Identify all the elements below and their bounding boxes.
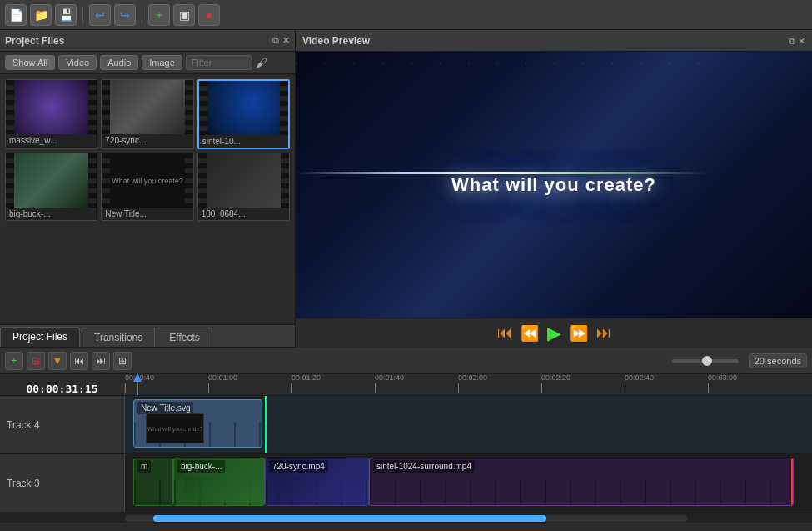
zoom-thumb[interactable]	[702, 356, 712, 366]
ruler-label: 00:01:00	[208, 373, 237, 382]
ruler-tick	[291, 383, 292, 393]
ruler-tick	[208, 383, 209, 393]
zoom-slider[interactable]	[672, 359, 739, 363]
media-item-selected[interactable]: sintel-10...	[197, 79, 290, 149]
tab-effects[interactable]: Effects	[157, 328, 212, 347]
timeline-toolbar: + ⊟ ▼ ⏮ ⏭ ⊞ 20 seconds	[0, 348, 812, 374]
media-item[interactable]: 100_0684...	[197, 153, 290, 221]
ruler-mark: 00:01:40	[375, 373, 458, 393]
timeline-duration: 20 seconds	[749, 353, 807, 368]
clip-m[interactable]: m	[133, 458, 173, 506]
media-thumbnail	[198, 153, 289, 208]
media-thumbnail	[6, 153, 97, 208]
clip-thumb	[184, 477, 251, 503]
drop-marker	[265, 396, 267, 453]
clip-new-title[interactable]: New Title.svg What will you create?	[133, 399, 262, 448]
ruler-tick	[625, 383, 625, 393]
media-item[interactable]: What will you create? New Title...	[101, 153, 193, 221]
import-button[interactable]: ＋	[148, 4, 170, 26]
go-end-button[interactable]: ⏭	[92, 352, 110, 370]
ruler-mark: 00:02:40	[625, 373, 708, 393]
timeline-ruler[interactable]: 00:00:40 00:01:00 00:01:20 00:01:40 00:0…	[125, 373, 812, 395]
ruler-marks: 00:00:40 00:01:00 00:01:20 00:01:40 00:0…	[125, 373, 812, 395]
clip-label: m	[137, 460, 151, 473]
insert-button[interactable]: ⊞	[113, 352, 132, 370]
pf-header-icons: ⧉ ✕	[272, 35, 290, 46]
clip-label: sintel-1024-surround.mp4	[373, 460, 475, 473]
media-thumbnail	[102, 80, 192, 134]
fast-forward-button[interactable]: ⏩	[570, 324, 588, 343]
tab-transitions[interactable]: Transitions	[82, 328, 155, 347]
preview-minimize-icon[interactable]: ⧉	[789, 36, 795, 46]
preview-close-icon[interactable]: ✕	[798, 36, 805, 46]
preview-header-icons: ⧉ ✕	[789, 35, 805, 47]
remove-track-button[interactable]: ⊟	[27, 352, 45, 370]
audio-filter-button[interactable]: Audio	[100, 55, 138, 70]
save-button[interactable]: 💾	[55, 4, 77, 26]
filter-clear-icon[interactable]: 🖌	[256, 56, 267, 69]
new-button[interactable]: 📄	[5, 4, 27, 26]
redo-button[interactable]: ↪	[114, 4, 136, 26]
media-thumbnail: What will you create?	[102, 153, 192, 208]
ruler-mark: 00:03:00	[708, 373, 791, 393]
media-item[interactable]: 720-sync...	[101, 79, 193, 149]
media-item-label: big-buck-...	[6, 208, 97, 220]
playback-controls: ⏮ ⏪ ▶ ⏩ ⏭	[296, 318, 812, 348]
ruler-mark: 00:01:20	[291, 373, 375, 393]
ruler-tick	[541, 383, 542, 393]
video-filter-button[interactable]: Video	[58, 55, 97, 70]
ruler-label: 00:01:20	[291, 373, 321, 382]
track-3-name: Track 3	[7, 478, 40, 489]
clip-label: 720-sync.mp4	[269, 460, 328, 473]
clip-filmstrip	[134, 480, 172, 505]
clip-end-marker	[791, 458, 793, 505]
record-button[interactable]: ●	[198, 4, 220, 26]
clip-preview: What will you create?	[146, 413, 204, 443]
jump-end-button[interactable]: ⏭	[596, 324, 611, 342]
minimize-icon[interactable]: ⧉	[272, 35, 279, 46]
scroll-track[interactable]	[125, 515, 687, 522]
ruler-tick	[125, 383, 126, 393]
jump-start-button[interactable]: ⏮	[497, 324, 512, 342]
timeline-scrollbar	[0, 513, 812, 523]
undo-button[interactable]: ↩	[89, 4, 111, 26]
rewind-button[interactable]: ⏪	[521, 324, 539, 343]
media-item[interactable]: massive_w...	[5, 79, 97, 149]
media-thumbnail	[199, 81, 288, 135]
track-4-row: Track 4 New Title.svg What will you crea…	[0, 396, 812, 454]
show-all-button[interactable]: Show All	[5, 55, 55, 70]
track-4-label: Track 4	[0, 396, 125, 453]
track-4-content[interactable]: New Title.svg What will you create?	[125, 396, 812, 453]
open-button[interactable]: 📁	[30, 4, 52, 26]
image-filter-button[interactable]: Image	[142, 55, 182, 70]
render-button[interactable]: ▣	[173, 4, 195, 26]
filter-input[interactable]	[186, 55, 252, 70]
media-item-label: massive_w...	[6, 134, 97, 147]
track-3-row: Track 3 m big-buck-... 720-sync.mp4	[0, 454, 812, 513]
timeline-area: + ⊟ ▼ ⏮ ⏭ ⊞ 20 seconds 00:00:31:15 00:00…	[0, 348, 812, 531]
clip-720-sync[interactable]: 720-sync.mp4	[265, 458, 369, 506]
clip-sintel[interactable]: sintel-1024-surround.mp4	[369, 458, 794, 506]
ruler-tick	[458, 383, 459, 393]
track-3-content[interactable]: m big-buck-... 720-sync.mp4 sintel-1024-…	[125, 454, 812, 512]
clip-thumb	[276, 477, 351, 503]
toolbar-separator-1	[82, 6, 83, 24]
filter-button[interactable]: ▼	[48, 352, 67, 370]
media-item[interactable]: big-buck-...	[5, 153, 97, 221]
main-toolbar: 📄 📁 💾 ↩ ↪ ＋ ▣ ●	[0, 0, 812, 30]
go-start-button[interactable]: ⏮	[70, 352, 88, 370]
clip-preview-text: What will you create?	[147, 426, 203, 432]
play-button[interactable]: ▶	[547, 323, 561, 344]
clip-label: big-buck-...	[177, 460, 225, 473]
zoom-control	[672, 359, 739, 363]
clip-big-buck[interactable]: big-buck-...	[173, 458, 265, 506]
bottom-tabs: Project Files Transitions Effects	[0, 324, 295, 348]
add-track-button[interactable]: +	[5, 352, 23, 370]
project-files-header: Project Files ⧉ ✕	[0, 30, 295, 52]
clip-label: New Title.svg	[137, 402, 193, 414]
tab-project-files[interactable]: Project Files	[0, 327, 80, 347]
preview-header: Video Preview ⧉ ✕	[296, 30, 812, 52]
close-icon[interactable]: ✕	[282, 35, 290, 46]
scroll-thumb[interactable]	[153, 515, 547, 522]
title-preview-text: What will you create?	[110, 175, 185, 187]
